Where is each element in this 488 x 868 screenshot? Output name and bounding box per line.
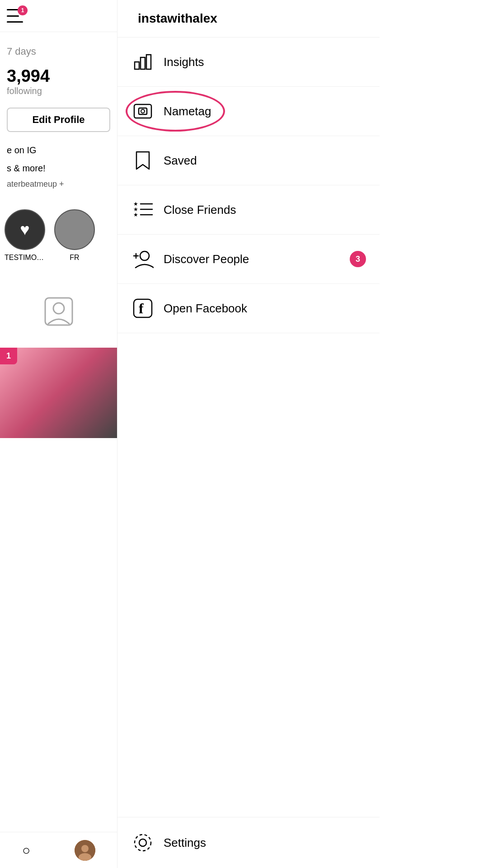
right-menu-panel: instawithalex Insights: [117, 0, 380, 868]
svg-rect-8: [134, 104, 151, 118]
highlight-item-testimonials[interactable]: ♥ TESTIMONI...: [5, 209, 45, 262]
photo-icon-area: [7, 282, 110, 341]
search-icon[interactable]: ○: [22, 843, 30, 858]
profile-stats: 7 days 3,994 following Edit Profile e on…: [0, 32, 117, 209]
mention-text: aterbeatmeup +: [7, 179, 110, 189]
nametag-icon: [131, 99, 155, 123]
svg-rect-6: [141, 57, 145, 69]
profile-avatar[interactable]: [75, 840, 95, 861]
open-facebook-label: Open Facebook: [164, 302, 247, 316]
left-top-bar: 1: [0, 0, 117, 32]
settings-item[interactable]: Settings: [117, 817, 380, 868]
add-person-icon: [131, 247, 155, 271]
story-highlights-row: ♥ TESTIMONI... FR: [0, 209, 117, 262]
highlight-circle-fr: [54, 209, 95, 250]
nametag-label: Nametag: [164, 104, 211, 118]
saved-label: Saved: [164, 154, 197, 168]
svg-rect-7: [146, 55, 151, 69]
menu-header: instawithalex: [117, 0, 380, 38]
settings-label: Settings: [164, 836, 206, 850]
svg-rect-0: [45, 298, 72, 325]
highlight-circle-testimonials: ♥: [5, 209, 45, 250]
bottom-navigation: ○: [0, 832, 117, 868]
bio-line-1: e on IG: [7, 143, 110, 157]
menu-item-discover-people[interactable]: Discover People 3: [117, 235, 380, 284]
following-label: following: [7, 86, 110, 96]
menu-item-nametag[interactable]: Nametag: [117, 87, 380, 136]
photo-person-icon: [43, 296, 75, 327]
username-text: instawithalex: [138, 11, 217, 26]
following-count: 3,994: [7, 66, 110, 86]
facebook-icon: f: [131, 297, 155, 320]
svg-rect-5: [135, 62, 139, 69]
close-friends-icon: ★ ★ ★: [131, 198, 155, 222]
highlight-item-fr[interactable]: FR: [54, 209, 95, 262]
highlight-label-fr: FR: [70, 254, 79, 262]
svg-point-22: [139, 839, 146, 846]
menu-list: Insights Nametag Saved: [117, 38, 380, 333]
menu-item-close-friends[interactable]: ★ ★ ★ Close Friends: [117, 185, 380, 235]
svg-text:f: f: [139, 300, 144, 316]
menu-item-open-facebook[interactable]: f Open Facebook: [117, 284, 380, 333]
notification-badge: 1: [18, 5, 28, 15]
svg-point-10: [141, 109, 145, 113]
svg-point-17: [140, 251, 149, 260]
svg-point-3: [81, 845, 89, 852]
menu-item-insights[interactable]: Insights: [117, 38, 380, 87]
menu-item-saved[interactable]: Saved: [117, 136, 380, 185]
discover-people-badge: 3: [350, 251, 366, 267]
grid-area: [0, 275, 117, 348]
days-label: 7 days: [7, 46, 110, 57]
hamburger-menu-button[interactable]: 1: [7, 9, 23, 23]
svg-point-1: [53, 303, 64, 314]
bio-line-2: s & more!: [7, 161, 110, 175]
highlight-label-testimonials: TESTIMONI...: [5, 254, 45, 262]
heart-icon: ♥: [20, 220, 29, 239]
bottom-photo-thumbnail: 1: [0, 348, 117, 438]
bar-chart-icon: [131, 50, 155, 74]
bookmark-icon: [131, 149, 155, 172]
settings-icon: [131, 831, 155, 854]
close-friends-label: Close Friends: [164, 203, 236, 217]
svg-text:★: ★: [133, 212, 138, 218]
left-panel: 1 7 days 3,994 following Edit Profile e …: [0, 0, 117, 868]
corner-badge: 1: [0, 348, 17, 364]
svg-point-23: [135, 835, 151, 851]
insights-label: Insights: [164, 55, 204, 69]
edit-profile-button[interactable]: Edit Profile: [7, 108, 110, 132]
discover-people-label: Discover People: [164, 252, 249, 266]
